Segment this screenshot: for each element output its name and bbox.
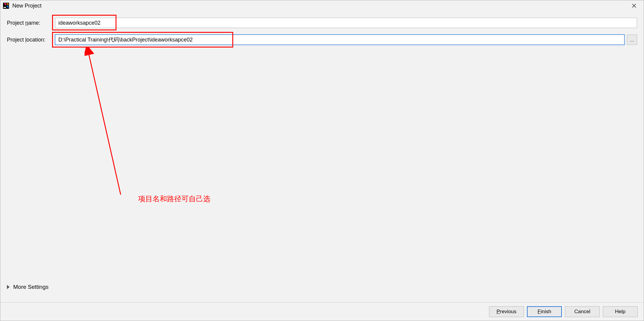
project-location-input[interactable] <box>55 35 624 45</box>
dialog-footer: Previous Finish Cancel Help <box>0 302 644 321</box>
new-project-dialog: New Project Project name: Project locati… <box>0 0 644 321</box>
project-location-row: Project location: ... <box>7 35 637 45</box>
close-button[interactable] <box>627 2 641 10</box>
intellij-icon <box>3 2 9 9</box>
dialog-content: Project name: Project location: ... <box>0 11 644 302</box>
close-icon <box>632 4 636 8</box>
annotation-text: 项目名和路径可自己选 <box>138 194 210 204</box>
triangle-right-icon <box>7 285 10 289</box>
window-title: New Project <box>12 3 42 9</box>
svg-line-2 <box>88 51 121 195</box>
project-name-row: Project name: <box>7 18 637 28</box>
ellipsis-icon: ... <box>630 37 634 43</box>
svg-rect-1 <box>4 7 6 8</box>
titlebar: New Project <box>0 0 644 11</box>
cancel-button[interactable]: Cancel <box>565 306 600 317</box>
previous-button[interactable]: Previous <box>489 306 524 317</box>
project-name-input[interactable] <box>55 18 637 28</box>
annotation-arrow <box>85 47 133 207</box>
project-name-label: Project name: <box>7 20 55 26</box>
more-settings-label: More Settings <box>13 284 48 290</box>
project-location-label: Project location: <box>7 37 55 43</box>
finish-button[interactable]: Finish <box>527 306 562 317</box>
browse-location-button[interactable]: ... <box>627 35 637 45</box>
more-settings-toggle[interactable]: More Settings <box>7 284 48 290</box>
help-button[interactable]: Help <box>603 306 638 317</box>
